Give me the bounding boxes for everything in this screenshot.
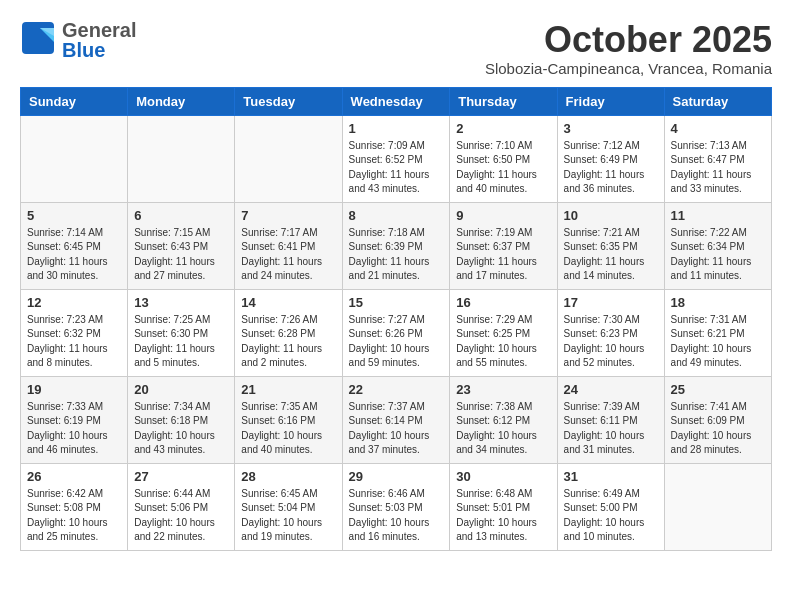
day-info: Sunrise: 7:10 AM Sunset: 6:50 PM Dayligh… — [456, 139, 550, 197]
calendar-cell — [664, 463, 771, 550]
weekday-header-row: SundayMondayTuesdayWednesdayThursdayFrid… — [21, 87, 772, 115]
calendar-cell: 19Sunrise: 7:33 AM Sunset: 6:19 PM Dayli… — [21, 376, 128, 463]
day-info: Sunrise: 6:46 AM Sunset: 5:03 PM Dayligh… — [349, 487, 444, 545]
day-info: Sunrise: 7:30 AM Sunset: 6:23 PM Dayligh… — [564, 313, 658, 371]
calendar-cell: 14Sunrise: 7:26 AM Sunset: 6:28 PM Dayli… — [235, 289, 342, 376]
day-info: Sunrise: 6:45 AM Sunset: 5:04 PM Dayligh… — [241, 487, 335, 545]
day-info: Sunrise: 7:09 AM Sunset: 6:52 PM Dayligh… — [349, 139, 444, 197]
calendar-table: SundayMondayTuesdayWednesdayThursdayFrid… — [20, 87, 772, 551]
month-title: October 2025 — [485, 20, 772, 60]
day-info: Sunrise: 7:26 AM Sunset: 6:28 PM Dayligh… — [241, 313, 335, 371]
calendar-cell: 24Sunrise: 7:39 AM Sunset: 6:11 PM Dayli… — [557, 376, 664, 463]
logo-text: General Blue — [62, 20, 136, 60]
weekday-header-thursday: Thursday — [450, 87, 557, 115]
day-info: Sunrise: 7:27 AM Sunset: 6:26 PM Dayligh… — [349, 313, 444, 371]
day-info: Sunrise: 7:18 AM Sunset: 6:39 PM Dayligh… — [349, 226, 444, 284]
day-number: 9 — [456, 208, 550, 223]
logo-blue: Blue — [62, 40, 136, 60]
calendar-cell: 23Sunrise: 7:38 AM Sunset: 6:12 PM Dayli… — [450, 376, 557, 463]
calendar-cell: 11Sunrise: 7:22 AM Sunset: 6:34 PM Dayli… — [664, 202, 771, 289]
calendar-week-2: 5Sunrise: 7:14 AM Sunset: 6:45 PM Daylig… — [21, 202, 772, 289]
day-number: 2 — [456, 121, 550, 136]
calendar-cell: 27Sunrise: 6:44 AM Sunset: 5:06 PM Dayli… — [128, 463, 235, 550]
day-number: 26 — [27, 469, 121, 484]
day-number: 13 — [134, 295, 228, 310]
weekday-header-saturday: Saturday — [664, 87, 771, 115]
day-number: 15 — [349, 295, 444, 310]
calendar-cell: 26Sunrise: 6:42 AM Sunset: 5:08 PM Dayli… — [21, 463, 128, 550]
day-number: 3 — [564, 121, 658, 136]
day-info: Sunrise: 7:14 AM Sunset: 6:45 PM Dayligh… — [27, 226, 121, 284]
day-info: Sunrise: 6:48 AM Sunset: 5:01 PM Dayligh… — [456, 487, 550, 545]
day-number: 8 — [349, 208, 444, 223]
calendar-cell: 4Sunrise: 7:13 AM Sunset: 6:47 PM Daylig… — [664, 115, 771, 202]
day-info: Sunrise: 7:38 AM Sunset: 6:12 PM Dayligh… — [456, 400, 550, 458]
calendar-cell: 28Sunrise: 6:45 AM Sunset: 5:04 PM Dayli… — [235, 463, 342, 550]
calendar-cell: 25Sunrise: 7:41 AM Sunset: 6:09 PM Dayli… — [664, 376, 771, 463]
page-header: General Blue October 2025 Slobozia-Campi… — [20, 20, 772, 77]
day-number: 17 — [564, 295, 658, 310]
calendar-cell: 7Sunrise: 7:17 AM Sunset: 6:41 PM Daylig… — [235, 202, 342, 289]
calendar-cell: 21Sunrise: 7:35 AM Sunset: 6:16 PM Dayli… — [235, 376, 342, 463]
day-info: Sunrise: 7:15 AM Sunset: 6:43 PM Dayligh… — [134, 226, 228, 284]
calendar-week-3: 12Sunrise: 7:23 AM Sunset: 6:32 PM Dayli… — [21, 289, 772, 376]
weekday-header-monday: Monday — [128, 87, 235, 115]
day-number: 27 — [134, 469, 228, 484]
calendar-cell — [128, 115, 235, 202]
calendar-cell: 17Sunrise: 7:30 AM Sunset: 6:23 PM Dayli… — [557, 289, 664, 376]
day-info: Sunrise: 7:39 AM Sunset: 6:11 PM Dayligh… — [564, 400, 658, 458]
day-info: Sunrise: 7:19 AM Sunset: 6:37 PM Dayligh… — [456, 226, 550, 284]
day-info: Sunrise: 7:12 AM Sunset: 6:49 PM Dayligh… — [564, 139, 658, 197]
calendar-cell: 5Sunrise: 7:14 AM Sunset: 6:45 PM Daylig… — [21, 202, 128, 289]
calendar-cell: 13Sunrise: 7:25 AM Sunset: 6:30 PM Dayli… — [128, 289, 235, 376]
calendar-cell: 20Sunrise: 7:34 AM Sunset: 6:18 PM Dayli… — [128, 376, 235, 463]
day-info: Sunrise: 7:25 AM Sunset: 6:30 PM Dayligh… — [134, 313, 228, 371]
calendar-week-4: 19Sunrise: 7:33 AM Sunset: 6:19 PM Dayli… — [21, 376, 772, 463]
weekday-header-tuesday: Tuesday — [235, 87, 342, 115]
day-number: 11 — [671, 208, 765, 223]
calendar-cell — [21, 115, 128, 202]
day-number: 14 — [241, 295, 335, 310]
day-number: 7 — [241, 208, 335, 223]
calendar-cell — [235, 115, 342, 202]
day-info: Sunrise: 7:35 AM Sunset: 6:16 PM Dayligh… — [241, 400, 335, 458]
calendar-cell: 3Sunrise: 7:12 AM Sunset: 6:49 PM Daylig… — [557, 115, 664, 202]
calendar-cell: 15Sunrise: 7:27 AM Sunset: 6:26 PM Dayli… — [342, 289, 450, 376]
calendar-cell: 31Sunrise: 6:49 AM Sunset: 5:00 PM Dayli… — [557, 463, 664, 550]
day-number: 20 — [134, 382, 228, 397]
calendar-week-5: 26Sunrise: 6:42 AM Sunset: 5:08 PM Dayli… — [21, 463, 772, 550]
day-number: 12 — [27, 295, 121, 310]
day-number: 30 — [456, 469, 550, 484]
logo-icon — [20, 20, 56, 56]
title-block: October 2025 Slobozia-Campineanca, Vranc… — [485, 20, 772, 77]
day-info: Sunrise: 7:13 AM Sunset: 6:47 PM Dayligh… — [671, 139, 765, 197]
calendar-cell: 1Sunrise: 7:09 AM Sunset: 6:52 PM Daylig… — [342, 115, 450, 202]
calendar-cell: 8Sunrise: 7:18 AM Sunset: 6:39 PM Daylig… — [342, 202, 450, 289]
calendar-cell: 30Sunrise: 6:48 AM Sunset: 5:01 PM Dayli… — [450, 463, 557, 550]
calendar-cell: 10Sunrise: 7:21 AM Sunset: 6:35 PM Dayli… — [557, 202, 664, 289]
day-number: 25 — [671, 382, 765, 397]
weekday-header-friday: Friday — [557, 87, 664, 115]
day-info: Sunrise: 6:42 AM Sunset: 5:08 PM Dayligh… — [27, 487, 121, 545]
day-info: Sunrise: 6:49 AM Sunset: 5:00 PM Dayligh… — [564, 487, 658, 545]
day-number: 19 — [27, 382, 121, 397]
day-info: Sunrise: 6:44 AM Sunset: 5:06 PM Dayligh… — [134, 487, 228, 545]
day-number: 23 — [456, 382, 550, 397]
calendar-cell: 2Sunrise: 7:10 AM Sunset: 6:50 PM Daylig… — [450, 115, 557, 202]
day-number: 21 — [241, 382, 335, 397]
location-subtitle: Slobozia-Campineanca, Vrancea, Romania — [485, 60, 772, 77]
day-number: 16 — [456, 295, 550, 310]
svg-rect-0 — [22, 22, 54, 54]
day-number: 29 — [349, 469, 444, 484]
weekday-header-sunday: Sunday — [21, 87, 128, 115]
day-info: Sunrise: 7:17 AM Sunset: 6:41 PM Dayligh… — [241, 226, 335, 284]
weekday-header-wednesday: Wednesday — [342, 87, 450, 115]
calendar-cell: 9Sunrise: 7:19 AM Sunset: 6:37 PM Daylig… — [450, 202, 557, 289]
calendar-cell: 22Sunrise: 7:37 AM Sunset: 6:14 PM Dayli… — [342, 376, 450, 463]
day-number: 5 — [27, 208, 121, 223]
day-info: Sunrise: 7:21 AM Sunset: 6:35 PM Dayligh… — [564, 226, 658, 284]
day-info: Sunrise: 7:33 AM Sunset: 6:19 PM Dayligh… — [27, 400, 121, 458]
day-info: Sunrise: 7:34 AM Sunset: 6:18 PM Dayligh… — [134, 400, 228, 458]
day-number: 18 — [671, 295, 765, 310]
logo-general: General — [62, 20, 136, 40]
